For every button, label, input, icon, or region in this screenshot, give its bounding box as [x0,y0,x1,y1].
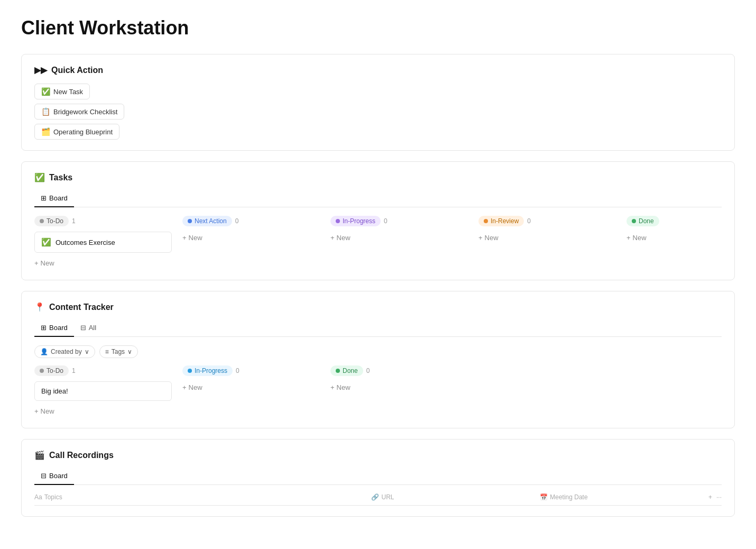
tasks-header: ✅ Tasks [34,172,722,182]
tasks-badge-inprogress: In-Progress [330,216,381,226]
ct-todo-add-new[interactable]: + New [34,405,172,417]
tasks-inprogress-count: 0 [384,217,388,225]
url-label: URL [381,493,394,501]
board-tab-icon: ⊞ [41,194,47,202]
tasks-column-done: Done + New [626,216,722,269]
quick-action-icon: ▶▶ [34,65,47,75]
call-recordings-table-header: Aa Topics 🔗 URL 📅 Meeting Date + ··· [34,493,722,506]
ct-all-label: All [89,324,96,332]
add-icon-ir: + [478,234,483,242]
cr-board-label: Board [49,472,68,480]
tasks-tabs: ⊞ Board [34,191,722,207]
add-new-d-label: New [633,234,647,242]
tasks-col-inreview-header: In-Review 0 [478,216,616,226]
content-tracker-title: Content Tracker [49,303,114,312]
call-recordings-icon: 🎬 [34,450,45,460]
meeting-date-label: Meeting Date [550,493,587,501]
tags-label: Tags [112,348,125,355]
content-tracker-section: 📍 Content Tracker ⊞ Board ⊟ All 👤 Create… [21,291,735,428]
ct-done-label: Done [343,367,358,374]
meeting-date-icon: 📅 [540,493,548,501]
todo-dot [40,219,44,223]
check-icon: ✅ [41,87,50,96]
page-title: Client Workstation [21,17,735,39]
new-task-button[interactable]: ✅ New Task [34,84,90,99]
add-column-button[interactable]: + [708,493,712,501]
filter-tags[interactable]: ≡ Tags ∨ [99,345,138,358]
more-options-button[interactable]: ··· [716,493,722,501]
todo-label: To-Do [47,217,63,225]
created-by-icon: 👤 [40,348,48,355]
content-tracker-filters: 👤 Created by ∨ ≡ Tags ∨ [34,345,722,358]
tab-tasks-board[interactable]: ⊞ Board [34,191,74,207]
bridgework-button[interactable]: 📋 Bridgework Checklist [34,104,124,120]
add-new-na-label: New [189,234,202,242]
blueprint-button[interactable]: 🗂️ Operating Blueprint [34,124,119,140]
tab-ct-all[interactable]: ⊟ All [74,321,103,337]
tasks-inprogress-add-new[interactable]: + New [330,232,468,244]
tasks-column-inreview: In-Review 0 + New [478,216,626,269]
ct-badge-inprogress: In-Progress [182,365,233,376]
quick-action-title: Quick Action [51,66,103,75]
content-tracker-tabs: ⊞ Board ⊟ All [34,321,722,337]
tasks-col-inprogress-header: In-Progress 0 [330,216,468,226]
tasks-badge-todo: To-Do [34,216,69,226]
tasks-badge-nextaction: Next Action [182,216,232,226]
add-new-ip-label: New [337,234,351,242]
ct-done-count: 0 [366,367,370,374]
tab-cr-board[interactable]: ⊟ Board [34,469,74,485]
add-new-label: New [41,259,54,267]
blueprint-label: Operating Blueprint [53,128,113,136]
ct-column-todo: To-Do 1 Big idea! + New [34,365,182,417]
th-url: 🔗 URL [371,493,540,501]
inprogress-label: In-Progress [343,217,375,225]
add-icon-ip: + [330,234,335,242]
quick-action-header: ▶▶ Quick Action [34,65,722,75]
outcomes-check-icon: ✅ [41,237,51,247]
tasks-inreview-count: 0 [527,217,531,225]
call-recordings-section: 🎬 Call Recordings ⊟ Board Aa Topics 🔗 UR… [21,439,735,517]
tasks-col-nextaction-header: Next Action 0 [182,216,320,226]
tags-arrow: ∨ [127,348,132,355]
ct-inprogress-add-new[interactable]: + New [182,381,320,394]
done-dot [632,219,636,223]
ct-card-big-idea[interactable]: Big idea! [34,381,172,401]
tasks-nextaction-add-new[interactable]: + New [182,232,320,244]
tasks-todo-count: 1 [72,217,76,225]
ct-all-icon: ⊟ [80,324,86,332]
cr-board-icon: ⊟ [41,472,47,480]
ct-board-label: Board [49,324,68,332]
quick-action-section: ▶▶ Quick Action ✅ New Task 📋 Bridgework … [21,54,735,151]
ct-done-dot [336,369,340,373]
ct-col-todo-header: To-Do 1 [34,365,172,376]
tasks-inreview-add-new[interactable]: + New [478,232,616,244]
tasks-col-done-header: Done [626,216,722,226]
tasks-nextaction-count: 0 [235,217,239,225]
filter-created-by[interactable]: 👤 Created by ∨ [34,345,95,358]
tasks-todo-add-new[interactable]: + New [34,257,172,269]
topics-label: Topics [44,493,62,501]
tasks-title: Tasks [49,173,72,182]
add-icon-na: + [182,234,187,242]
tab-ct-board[interactable]: ⊞ Board [34,321,74,337]
th-topics: Aa Topics [34,493,371,501]
ct-add-icon-d: + [330,383,335,391]
ct-done-add-new[interactable]: + New [330,381,468,394]
tasks-column-nextaction: Next Action 0 + New [182,216,330,269]
inreview-label: In-Review [491,217,519,225]
ct-add-new-d-label: New [337,383,351,391]
tasks-badge-inreview: In-Review [478,216,524,226]
tasks-column-inprogress: In-Progress 0 + New [330,216,478,269]
ct-todo-label: To-Do [47,367,63,374]
add-new-ir-label: New [485,234,499,242]
bridgework-icon: 📋 [41,107,50,116]
ct-todo-dot [40,369,44,373]
th-actions: + ··· [708,493,722,501]
tasks-column-todo: To-Do 1 ✅ Outcomes Exercise + New [34,216,182,269]
ct-column-inprogress: In-Progress 0 + New [182,365,330,417]
ct-todo-count: 1 [72,367,76,374]
tasks-section: ✅ Tasks ⊞ Board To-Do 1 ✅ Outcomes Exerc… [21,161,735,280]
tasks-done-add-new[interactable]: + New [626,232,722,244]
task-outcomes-exercise[interactable]: ✅ Outcomes Exercise [34,232,172,253]
ct-inprogress-dot [188,369,192,373]
